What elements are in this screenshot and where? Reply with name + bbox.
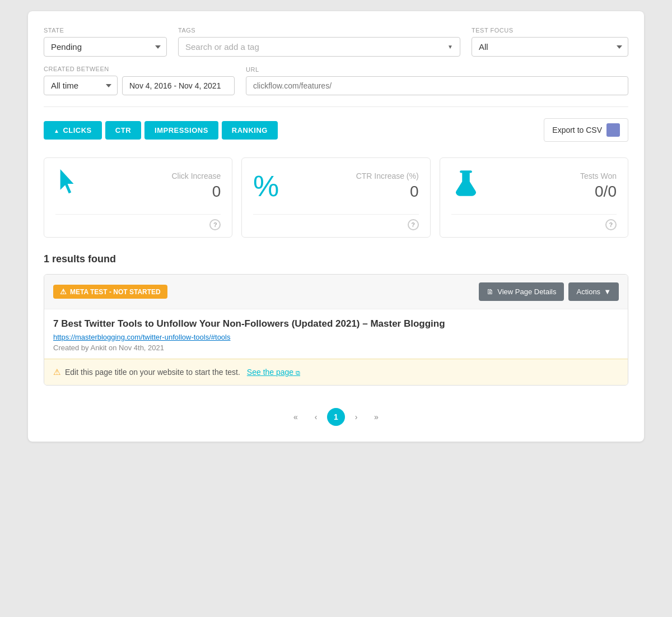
tags-input[interactable]: Search or add a tag ▼ <box>178 37 460 57</box>
stat-cards-row: Click Increase 0 ? % CTR Increase (%) 0 <box>44 157 628 238</box>
test-badge: ⚠ META TEST - NOT STARTED <box>53 285 167 299</box>
tests-won-help-icon[interactable]: ? <box>605 219 617 230</box>
cursor-icon <box>55 169 85 203</box>
test-focus-select[interactable]: All Title Description H1 <box>472 37 628 57</box>
actions-button[interactable]: Actions ▼ <box>568 282 619 301</box>
test-focus-label: TEST FOCUS <box>472 27 628 34</box>
test-card: ⚠ META TEST - NOT STARTED 🗎 View Page De… <box>44 274 628 386</box>
svg-text:%: % <box>253 170 279 198</box>
click-increase-title: Click Increase <box>171 171 221 180</box>
ranking-label: RANKING <box>232 126 268 134</box>
sort-buttons-row: CLICKS CTR IMPRESSIONS RANKING Export to… <box>44 118 628 142</box>
export-csv-button[interactable]: Export to CSV <box>544 118 628 142</box>
url-input[interactable] <box>246 76 628 95</box>
test-warning-banner: ⚠ Edit this page title on your website t… <box>44 359 628 385</box>
test-actions: 🗎 View Page Details Actions ▼ <box>479 282 619 301</box>
see-page-label: See the page <box>247 368 293 377</box>
see-page-link[interactable]: See the page ⧉ <box>247 368 300 377</box>
warning-icon: ⚠ <box>53 367 60 377</box>
warning-triangle-icon: ⚠ <box>60 287 67 296</box>
tests-won-title: Tests Won <box>580 171 617 180</box>
test-focus-filter-group: TEST FOCUS All Title Description H1 <box>472 27 628 57</box>
test-meta: Created by Ankit on Nov 4th, 2021 <box>53 344 619 352</box>
impressions-label: IMPRESSIONS <box>155 126 208 134</box>
svg-rect-1 <box>460 170 472 173</box>
external-link-icon: ⧉ <box>296 369 300 376</box>
export-label: Export to CSV <box>552 126 602 134</box>
click-increase-card: Click Increase 0 ? <box>44 157 232 238</box>
clicks-label: CLICKS <box>63 126 91 134</box>
state-select[interactable]: Pending Active Completed Paused <box>44 37 167 57</box>
tests-won-value: 0/0 <box>595 183 617 201</box>
warning-text: Edit this page title on your website to … <box>65 368 240 377</box>
test-url-link[interactable]: https://masterblogging.com/twitter-unfol… <box>53 333 619 341</box>
tests-won-card: Tests Won 0/0 ? <box>440 157 628 238</box>
tags-label: TAGS <box>178 27 460 34</box>
filter-row-1: STATE Pending Active Completed Paused TA… <box>44 27 628 57</box>
tags-placeholder: Search or add a tag <box>185 42 259 52</box>
tags-dropdown-icon: ▼ <box>447 44 453 50</box>
sort-up-icon <box>54 126 59 134</box>
flask-icon <box>451 169 480 203</box>
click-increase-help-icon[interactable]: ? <box>209 219 221 230</box>
test-card-header: ⚠ META TEST - NOT STARTED 🗎 View Page De… <box>44 275 628 309</box>
created-between-select[interactable]: All time Last 7 days Last 30 days <box>44 76 118 95</box>
pagination-next-button[interactable]: › <box>347 408 365 426</box>
test-title: 7 Best Twitter Tools to Unfollow Your No… <box>53 318 619 330</box>
actions-chevron-icon: ▼ <box>604 287 611 296</box>
tags-filter-group: TAGS Search or add a tag ▼ <box>178 27 460 57</box>
view-page-details-label: View Page Details <box>497 287 556 296</box>
ctr-increase-value: 0 <box>410 183 419 201</box>
ranking-sort-button[interactable]: RANKING <box>222 121 278 140</box>
pagination-prev-button[interactable]: ‹ <box>307 408 325 426</box>
pagination-first-button[interactable]: « <box>287 408 305 426</box>
date-range-input[interactable] <box>122 76 235 95</box>
ctr-increase-title: CTR Increase (%) <box>356 171 419 180</box>
divider-1 <box>44 106 628 107</box>
test-card-body: 7 Best Twitter Tools to Unfollow Your No… <box>44 309 628 352</box>
ctr-sort-button[interactable]: CTR <box>105 121 141 140</box>
impressions-sort-button[interactable]: IMPRESSIONS <box>144 121 218 140</box>
created-between-label: CREATED BETWEEN <box>44 66 235 72</box>
results-count: 1 results found <box>44 253 628 265</box>
clicks-sort-button[interactable]: CLICKS <box>44 121 102 140</box>
actions-label: Actions <box>576 287 600 296</box>
url-filter-group: URL <box>246 66 628 95</box>
filter-row-2: CREATED BETWEEN All time Last 7 days Las… <box>44 66 628 95</box>
pagination: « ‹ 1 › » <box>44 397 628 428</box>
state-filter-group: STATE Pending Active Completed Paused <box>44 27 167 57</box>
created-between-group: CREATED BETWEEN All time Last 7 days Las… <box>44 66 235 95</box>
url-label: URL <box>246 66 628 73</box>
export-file-icon <box>606 123 620 137</box>
click-increase-value: 0 <box>212 183 221 201</box>
pagination-page-1-button[interactable]: 1 <box>327 408 345 426</box>
ctr-label: CTR <box>115 126 131 134</box>
pagination-last-button[interactable]: » <box>367 408 385 426</box>
percent-icon: % <box>253 169 282 203</box>
ctr-increase-card: % CTR Increase (%) 0 ? <box>241 157 430 238</box>
main-container: STATE Pending Active Completed Paused TA… <box>28 11 644 442</box>
doc-icon: 🗎 <box>487 287 494 296</box>
view-page-details-button[interactable]: 🗎 View Page Details <box>479 282 564 301</box>
test-badge-text: META TEST - NOT STARTED <box>70 288 161 296</box>
state-label: STATE <box>44 27 167 34</box>
ctr-increase-help-icon[interactable]: ? <box>408 219 419 230</box>
